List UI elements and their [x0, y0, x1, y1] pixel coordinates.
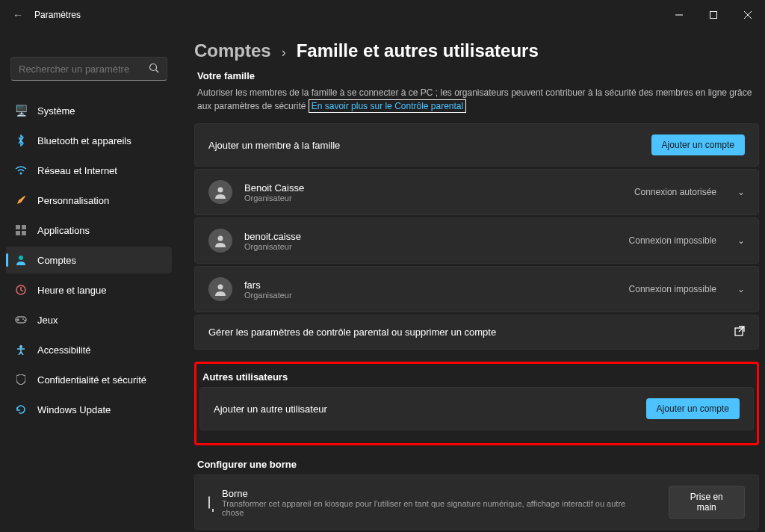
search-input[interactable]	[19, 64, 149, 75]
window-title: Paramètres	[34, 10, 81, 20]
gaming-icon	[15, 314, 27, 326]
member-role: Organisateur	[244, 194, 304, 202]
system-icon: 🖥️	[15, 105, 27, 117]
sidebar-item-system[interactable]: 🖥️ Système	[6, 97, 172, 124]
member-status: Connexion impossible	[629, 235, 716, 246]
sidebar-item-label: Jeux	[37, 315, 58, 326]
sidebar-item-label: Système	[37, 105, 75, 117]
sidebar-item-label: Heure et langue	[37, 285, 107, 296]
personalization-icon	[15, 194, 27, 206]
svg-point-17	[218, 188, 223, 193]
kiosk-section-title: Configurer une borne	[197, 459, 759, 470]
svg-point-14	[22, 318, 24, 320]
family-description: Autoriser les membres de la famille à se…	[197, 86, 759, 113]
family-member-row[interactable]: Benoit Caisse Organisateur Connexion aut…	[194, 169, 759, 215]
other-users-highlight: Autres utilisateurs Ajouter un autre uti…	[194, 362, 759, 445]
svg-point-16	[19, 345, 22, 348]
family-section-title: Votre famille	[197, 70, 759, 81]
sidebar-item-label: Accessibilité	[37, 344, 91, 356]
manage-parental-row[interactable]: Gérer les paramètres de contrôle parenta…	[194, 315, 759, 350]
sidebar-item-gaming[interactable]: Jeux	[6, 306, 172, 333]
add-family-account-button[interactable]: Ajouter un compte	[651, 134, 745, 155]
svg-rect-10	[22, 231, 26, 235]
sidebar-item-accounts[interactable]: Comptes	[6, 247, 172, 273]
bluetooth-icon	[15, 134, 27, 146]
sidebar-item-label: Confidentialité et sécurité	[37, 374, 146, 386]
sidebar-item-privacy[interactable]: Confidentialité et sécurité	[6, 366, 172, 393]
add-other-user-row: Ajouter un autre utilisateur Ajouter un …	[199, 387, 754, 430]
svg-point-15	[24, 320, 25, 321]
sidebar: 🖥️ Système Bluetooth et appareils Réseau…	[0, 30, 178, 532]
member-name: Benoit Caisse	[244, 182, 304, 194]
sidebar-item-time-language[interactable]: Heure et langue	[6, 276, 172, 303]
member-role: Organisateur	[244, 291, 292, 300]
apps-icon	[15, 224, 27, 236]
svg-line-5	[156, 69, 159, 72]
add-family-member-row: Ajouter un membre à la famille Ajouter u…	[194, 123, 759, 167]
svg-point-4	[150, 64, 157, 70]
accounts-icon	[15, 254, 27, 266]
windows-update-icon	[15, 403, 27, 415]
member-status: Connexion autorisée	[634, 187, 716, 197]
network-icon	[15, 164, 27, 176]
member-status: Connexion impossible	[629, 284, 716, 294]
back-button[interactable]: ←	[9, 9, 27, 21]
sidebar-item-personalization[interactable]: Personnalisation	[6, 187, 172, 214]
sidebar-item-label: Comptes	[37, 255, 76, 266]
titlebar: ← Paramètres	[0, 0, 765, 30]
manage-parental-label: Gérer les paramètres de contrôle parenta…	[208, 327, 496, 338]
chevron-down-icon: ⌄	[737, 284, 745, 294]
time-language-icon	[15, 284, 27, 296]
close-button[interactable]	[731, 0, 765, 30]
other-users-title: Autres utilisateurs	[202, 371, 754, 383]
search-box[interactable]	[10, 57, 167, 81]
privacy-icon	[15, 374, 27, 386]
kiosk-icon	[208, 497, 210, 508]
sidebar-item-windows-update[interactable]: Windows Update	[6, 396, 172, 423]
kiosk-setup-button[interactable]: Prise en main	[669, 486, 745, 519]
svg-rect-8	[22, 225, 26, 229]
accessibility-icon	[15, 344, 27, 356]
svg-rect-1	[710, 12, 717, 19]
breadcrumb-separator: ›	[282, 45, 286, 61]
family-member-row[interactable]: benoit.caisse Organisateur Connexion imp…	[194, 217, 759, 264]
svg-rect-9	[16, 231, 20, 235]
kiosk-row: Borne Transformer cet appareil en kiosqu…	[194, 474, 759, 530]
avatar-icon	[208, 180, 232, 204]
svg-point-6	[20, 173, 22, 175]
svg-point-11	[19, 256, 23, 260]
external-link-icon	[734, 326, 745, 338]
family-member-row[interactable]: fars Organisateur Connexion impossible ⌄	[194, 266, 759, 312]
sidebar-item-label: Personnalisation	[37, 195, 109, 206]
sidebar-item-accessibility[interactable]: Accessibilité	[6, 336, 172, 363]
minimize-button[interactable]	[662, 0, 696, 30]
member-name: benoit.caisse	[244, 231, 301, 242]
add-other-user-label: Ajouter un autre utilisateur	[214, 403, 327, 415]
svg-point-19	[218, 285, 223, 290]
kiosk-item-desc: Transformer cet appareil en kiosque pour…	[222, 499, 645, 517]
sidebar-item-label: Applications	[37, 225, 90, 236]
maximize-button[interactable]	[696, 0, 731, 30]
kiosk-item-title: Borne	[222, 488, 645, 499]
svg-point-18	[218, 236, 223, 241]
sidebar-item-apps[interactable]: Applications	[6, 217, 172, 244]
chevron-down-icon: ⌄	[737, 187, 745, 197]
breadcrumb-parent[interactable]: Comptes	[194, 40, 271, 61]
svg-rect-7	[16, 225, 20, 229]
page-title: Famille et autres utilisateurs	[297, 40, 539, 61]
avatar-icon	[208, 277, 232, 301]
member-role: Organisateur	[244, 242, 301, 251]
sidebar-item-label: Windows Update	[37, 404, 111, 415]
avatar-icon	[208, 229, 232, 253]
main-content: Comptes › Famille et autres utilisateurs…	[178, 30, 765, 532]
search-icon	[149, 63, 159, 75]
add-family-member-label: Ajouter un membre à la famille	[208, 140, 340, 151]
sidebar-item-network[interactable]: Réseau et Internet	[6, 157, 172, 184]
sidebar-item-label: Bluetooth et appareils	[37, 135, 131, 146]
add-other-account-button[interactable]: Ajouter un compte	[646, 398, 740, 419]
sidebar-item-label: Réseau et Internet	[37, 165, 117, 176]
learn-more-link[interactable]: En savoir plus sur le Contrôle parental	[309, 99, 466, 113]
member-name: fars	[244, 279, 292, 291]
sidebar-item-bluetooth[interactable]: Bluetooth et appareils	[6, 127, 172, 154]
chevron-down-icon: ⌄	[737, 235, 745, 246]
